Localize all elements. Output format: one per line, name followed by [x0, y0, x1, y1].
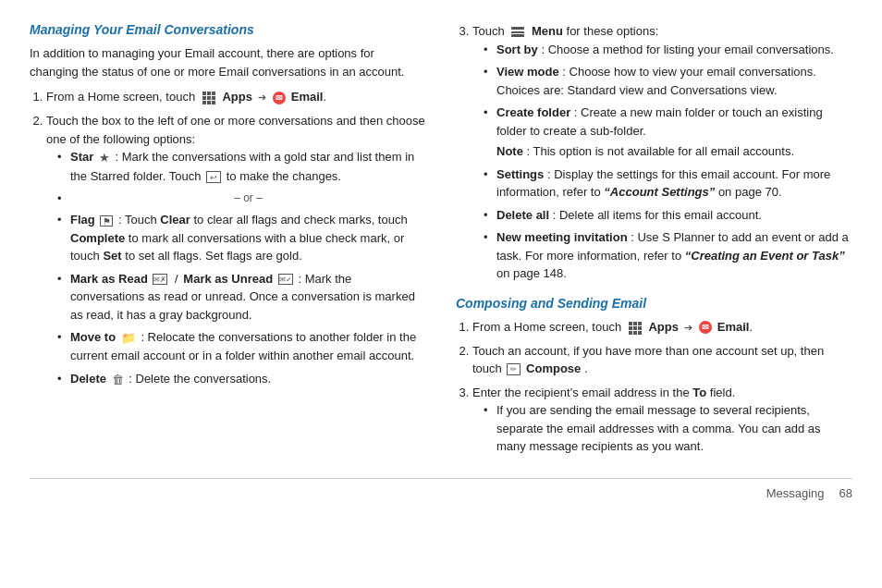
option-mark: Mark as Read ✉✗ / Mark as Unread ✉✓ : Ma… — [57, 270, 426, 325]
compose-icon: ✏ — [507, 363, 521, 375]
apps-grid-icon-2 — [629, 322, 642, 335]
composing-bullet-list: If you are sending the email message to … — [484, 401, 852, 456]
comp-step3-to: To — [692, 386, 706, 399]
createfolder-label: Create folder — [496, 105, 570, 119]
mark-read-label: Mark as Read — [70, 272, 148, 286]
left-section-title: Managing Your Email Conversations — [30, 22, 426, 37]
menu-option-settings: Settings : Display the settings for this… — [484, 165, 852, 202]
option-star: Star ★ : Mark the conversations with a g… — [57, 148, 426, 185]
meeting-quote: “Creating an Event or Task” — [685, 249, 845, 263]
right-steps-list: Touch Menu for these options: Sort by : … — [472, 22, 852, 283]
flag-label: Flag — [70, 213, 95, 227]
menu-icon — [510, 26, 525, 38]
svg-rect-2 — [511, 35, 524, 37]
apps-icon-right — [627, 318, 643, 337]
apps-grid-icon — [202, 92, 215, 104]
menu-options-list: Sort by : Choose a method for listing yo… — [484, 41, 852, 283]
apps-icon-left-1 — [201, 89, 217, 107]
arrow-icon-2: ➔ — [684, 320, 692, 336]
comp-step1-apps: Apps — [648, 320, 679, 334]
note-block: Note : This option is not available for … — [496, 142, 852, 161]
flag-text4: to set all flags. Set flags are gold. — [125, 249, 302, 263]
deleteall-label: Delete all — [496, 208, 549, 222]
step3-text-after: for these options: — [567, 24, 659, 38]
arrow-icon-1: ➔ — [258, 90, 266, 105]
flag-text: : Touch — [118, 213, 157, 227]
flag-set: Set — [103, 249, 121, 263]
or-divider: – or – — [57, 190, 426, 206]
menu-option-viewmode: View mode : Choose how to view your emai… — [484, 63, 852, 99]
delete-text: : Delete the conversations. — [129, 372, 271, 386]
step1-text-before: From a Home screen, touch — [46, 90, 195, 104]
star-text2: to make the changes. — [227, 169, 341, 183]
flag-icon: ⚑ — [100, 215, 113, 227]
star-icon: ★ — [99, 149, 110, 167]
sortby-text: : Choose a method for listing your email… — [541, 43, 834, 56]
move-label: Move to — [70, 330, 116, 344]
flag-text2: to clear all flags and check marks, touc… — [193, 213, 407, 227]
trash-icon: 🗑 — [112, 371, 124, 389]
star-label: Star — [70, 150, 93, 164]
left-steps-list: From a Home screen, touch Apps ➔ ✉ Email… — [46, 88, 426, 388]
composing-step-2: Touch an account, if you have more than … — [472, 342, 852, 378]
settings-label: Settings — [496, 167, 544, 181]
option-move: Move to 📁 : Relocate the conversations t… — [57, 328, 426, 365]
folder-move-icon: 📁 — [121, 329, 136, 348]
comp-step2-compose: Compose — [526, 361, 581, 375]
mark-separator: / — [175, 272, 178, 286]
delete-label: Delete — [70, 372, 106, 386]
right-column: Touch Menu for these options: Sort by : … — [456, 22, 852, 461]
composing-bullet-1: If you are sending the email message to … — [484, 401, 852, 456]
option-delete: Delete 🗑 : Delete the conversations. — [57, 370, 426, 388]
page-layout: Managing Your Email Conversations In add… — [30, 22, 852, 461]
settings-text2: on page 70. — [718, 185, 782, 199]
left-step-2: Touch the box to the left of one or more… — [46, 112, 426, 388]
email-circle-icon-1: ✉ — [273, 92, 286, 104]
comp-step3-after: field. — [710, 386, 735, 399]
meeting-label: New meeting invitation — [496, 230, 628, 244]
email-circle-icon-2: ✉ — [699, 321, 712, 334]
or-text: – or – — [70, 190, 426, 206]
options-list: Star ★ : Mark the conversations with a g… — [57, 148, 426, 388]
step1-apps-label: Apps — [222, 90, 252, 104]
left-step-1: From a Home screen, touch Apps ➔ ✉ Email… — [46, 88, 426, 106]
menu-option-deleteall: Delete all : Delete all items for this e… — [484, 206, 852, 225]
composing-section: Composing and Sending Email From a Home … — [456, 296, 852, 456]
deleteall-text: : Delete all items for this email accoun… — [553, 208, 762, 222]
composing-step-3: Enter the recipient’s email address in t… — [472, 384, 852, 456]
mark-unread-icon: ✉✓ — [278, 274, 293, 285]
step2-text: Touch the box to the left of one or more… — [46, 114, 425, 146]
flag-complete: Complete — [70, 231, 125, 245]
note-label: Note — [496, 144, 523, 158]
comp-step3-before: Enter the recipient’s email address in t… — [472, 386, 690, 399]
mark-unread-label: Mark as Unread — [183, 272, 273, 286]
menu-option-createfolder: Create folder : Create a new main folder… — [484, 104, 852, 161]
footer-section: Messaging — [30, 486, 825, 500]
composing-steps-list: From a Home screen, touch Apps ➔ ✉ Email… — [472, 318, 852, 456]
comp-step1-email: Email — [717, 320, 750, 334]
composing-section-title: Composing and Sending Email — [456, 296, 852, 311]
step3-text-before: Touch — [472, 24, 505, 38]
option-flag: Flag ⚑ : Touch Clear to clear all flags … — [57, 211, 426, 265]
footer-page: 68 — [839, 486, 852, 500]
svg-rect-0 — [511, 28, 524, 30]
step1-email-label: Email — [291, 90, 324, 104]
note-text: : This option is not available for all e… — [527, 144, 795, 158]
back-icon: ↩ — [206, 171, 221, 183]
step3-menu-label: Menu — [532, 24, 563, 38]
footer: Messaging 68 — [30, 478, 852, 500]
comp-step2-after: . — [584, 361, 588, 375]
settings-quote: “Account Settings” — [604, 185, 715, 199]
composing-step-1: From a Home screen, touch Apps ➔ ✉ Email… — [472, 318, 852, 337]
svg-rect-1 — [511, 31, 524, 33]
left-column: Managing Your Email Conversations In add… — [30, 22, 426, 461]
right-step-3: Touch Menu for these options: Sort by : … — [472, 22, 852, 283]
sortby-label: Sort by — [496, 43, 538, 56]
viewmode-label: View mode — [496, 65, 559, 79]
menu-option-meeting: New meeting invitation : Use S Planner t… — [484, 228, 852, 283]
flag-clear: Clear — [160, 213, 190, 227]
menu-option-sortby: Sort by : Choose a method for listing yo… — [484, 41, 852, 59]
left-section-intro: In addition to managing your Email accou… — [30, 44, 426, 80]
comp-step1-before: From a Home screen, touch — [472, 320, 621, 334]
meeting-text2: on page 148. — [496, 266, 567, 280]
